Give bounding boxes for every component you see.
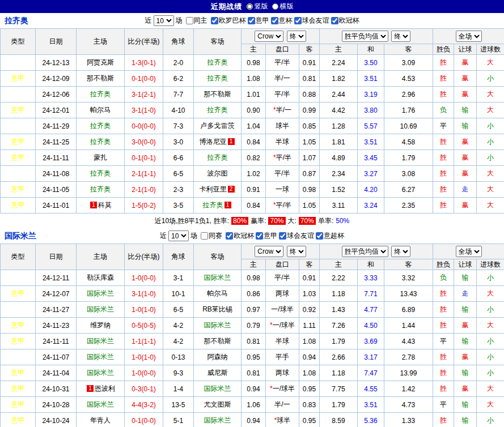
scope-select[interactable]: 全场 <box>456 31 482 42</box>
team-name: 博洛尼亚 <box>200 138 227 146</box>
match-score-cell: 1-1(1-1) <box>125 334 163 349</box>
match-date-cell: 24-12-01 <box>36 103 77 118</box>
odds-company-select[interactable]: Crow <box>255 246 283 257</box>
away-team-cell: 威尼斯 <box>194 365 242 381</box>
league-checkbox[interactable] <box>294 17 302 24</box>
league-checkbox[interactable] <box>331 17 338 24</box>
odds-time-select[interactable]: 终 <box>287 246 306 257</box>
handicap-result-cell: 赢 <box>454 134 477 150</box>
handicap-line-cell: 两球 <box>266 286 299 302</box>
league-checkbox[interactable] <box>256 232 263 240</box>
team-name: 国际米兰 <box>87 337 114 345</box>
league-label: 球会友谊 <box>287 231 314 241</box>
league-filter[interactable]: 意甲 <box>248 16 269 25</box>
team-name: 那不勒斯 <box>87 74 114 82</box>
avg-odds-select[interactable]: 胜平负均值 <box>342 31 388 42</box>
league-checkbox[interactable] <box>316 232 323 240</box>
avg-odds-header: 胜平负均值 终 <box>320 244 433 259</box>
avg-time-select[interactable]: 终 <box>391 246 410 257</box>
handicap-away-odds-cell: 1.11 <box>299 318 320 334</box>
league-filter[interactable]: 意杯 <box>271 16 293 25</box>
league-filter[interactable]: 球会友谊 <box>279 231 314 241</box>
away-favorite-star: * <box>273 201 276 209</box>
avg-time-select[interactable]: 终 <box>391 31 410 42</box>
avg-home-odds-cell: 2.34 <box>320 166 358 182</box>
goals-result-cell: 小 <box>477 365 504 381</box>
same-venue-checkbox[interactable] <box>201 232 208 240</box>
home-team-cell: 国际米兰 <box>77 302 125 318</box>
handicap-result-cell: 走 <box>454 182 477 198</box>
league-checkbox[interactable] <box>248 17 255 24</box>
league-label: 欧冠杯 <box>234 231 254 241</box>
col-away: 客场 <box>194 29 242 55</box>
league-checkbox[interactable] <box>226 232 233 240</box>
league-filter[interactable]: 球会友谊 <box>294 16 329 25</box>
result-cell: 胜 <box>433 413 454 427</box>
match-row: 意甲24-11-11蒙扎0-1(0-1)6-6拉齐奥0.82*平/半1.074.… <box>1 150 504 166</box>
competition-type-cell: 意甲 <box>1 397 36 413</box>
away-team-cell: 国际米兰 <box>194 413 242 427</box>
competition-type-cell: 意甲 <box>1 182 36 198</box>
handicap-result-cell: 赢 <box>454 150 477 166</box>
same-venue-filter[interactable]: 同赛 <box>201 231 222 241</box>
handicap-away-odds-cell: 0.95 <box>299 381 320 397</box>
home-team-cell: 蒙扎 <box>77 150 125 166</box>
same-venue-filter[interactable]: 同主 <box>186 16 207 25</box>
match-count-select[interactable]: 10 <box>154 15 174 26</box>
match-score-cell: 0-1(0-0) <box>125 71 163 87</box>
col-home: 主场 <box>77 29 125 55</box>
league-checkbox[interactable] <box>211 17 218 24</box>
result-cell: 胜 <box>433 302 454 318</box>
match-score-cell: 3-1(1-0) <box>125 103 163 118</box>
handicap-line-cell: *平/半 <box>266 198 299 214</box>
team-link[interactable]: 国际米兰 <box>5 231 36 241</box>
league-checkbox[interactable] <box>279 232 286 240</box>
odds-time-select[interactable]: 终 <box>287 31 306 42</box>
league-filter[interactable]: 意甲 <box>256 231 277 241</box>
home-team-cell: 拉齐奥 <box>77 118 125 134</box>
league-filter[interactable]: 意超杯 <box>316 231 344 241</box>
result-cell: 胜 <box>433 55 454 71</box>
red-card-badge: 2 <box>228 186 235 193</box>
odds-company-select[interactable]: Crow <box>255 31 283 42</box>
team-name: 拉齐奥 <box>90 185 111 193</box>
team-name: 卢多戈雷茨 <box>201 122 235 130</box>
scope-select[interactable]: 全场 <box>456 246 482 257</box>
league-filter[interactable]: 欧冠杯 <box>331 16 359 25</box>
avg-away-odds-cell: 1.76 <box>384 103 433 118</box>
league-checkbox[interactable] <box>271 17 278 24</box>
league-filter[interactable]: 欧冠杯 <box>226 231 254 241</box>
avg-odds-select[interactable]: 胜平负均值 <box>342 246 388 257</box>
match-row: 意甲24-11-11国际米兰1-1(1-1)4-2那不勒斯0.81半球1.081… <box>1 334 504 349</box>
team-link[interactable]: 拉齐奥 <box>5 16 28 26</box>
team-name: 拉齐奥 <box>90 122 111 130</box>
avg-draw-odds-cell: 3.45 <box>358 150 384 166</box>
goals-result-cell: 小 <box>477 302 504 318</box>
match-date-cell: 24-11-11 <box>36 150 77 166</box>
team-name: 国际米兰 <box>87 305 114 313</box>
layout-horizontal-option[interactable]: 横版 <box>272 2 294 11</box>
vertical-radio[interactable] <box>247 3 253 10</box>
sub-away-odds: 客 <box>299 44 320 55</box>
team-name: 国际米兰 <box>87 353 114 361</box>
corner-score-cell: 6-5 <box>163 302 194 318</box>
section-header-bar: 拉齐奥 近 10 场 同主 欧罗巴杯意甲意杯球会友谊欧冠杯 <box>0 13 504 28</box>
result-cell: 胜 <box>433 150 454 166</box>
same-venue-checkbox[interactable] <box>186 17 193 24</box>
goals-result-cell: 小 <box>477 134 504 150</box>
match-date-cell: 24-12-06 <box>36 87 77 103</box>
layout-vertical-option[interactable]: 竖版 <box>247 2 268 11</box>
horizontal-radio[interactable] <box>272 3 278 10</box>
corner-score-cell: 3-0 <box>163 134 194 150</box>
match-count-select[interactable]: 10 <box>168 230 189 241</box>
team-name: 拉齐奥 <box>207 58 228 66</box>
goals-result-cell: 大 <box>477 55 504 71</box>
handicap-line-cell: *一/球半 <box>266 318 299 334</box>
team-name: 那不勒斯 <box>204 90 231 98</box>
corner-score-cell: 13-5 <box>163 397 194 413</box>
avg-draw-odds-cell: 3.80 <box>358 103 384 118</box>
avg-draw-odds-cell: 4.20 <box>358 182 384 198</box>
competition-type-cell: 意甲 <box>1 413 36 427</box>
league-filter[interactable]: 欧罗巴杯 <box>211 16 246 25</box>
match-score-cell: 3-1(2-1) <box>125 87 163 103</box>
